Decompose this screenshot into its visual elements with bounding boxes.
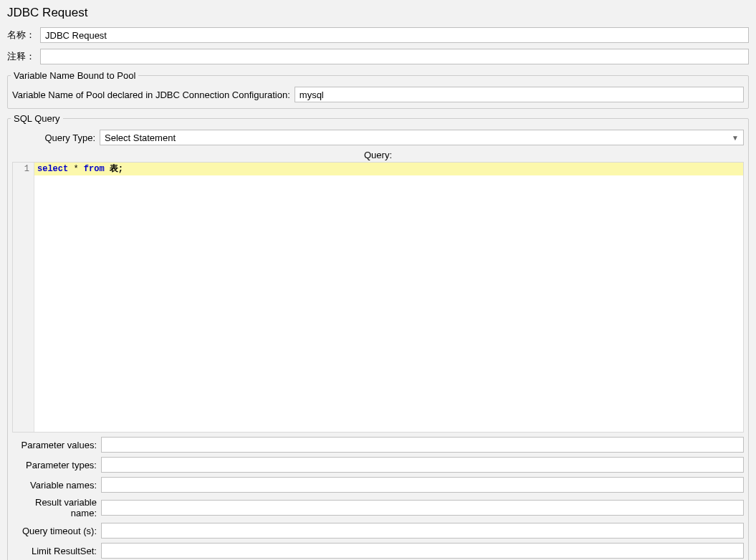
pool-name-label: Variable Name of Pool declared in JDBC C… (12, 90, 290, 100)
param-values-input[interactable] (101, 437, 744, 453)
name-input[interactable] (40, 27, 749, 43)
code-tail: 表; (105, 164, 123, 174)
line-number: 1 (13, 164, 29, 174)
query-editor[interactable]: 1 select * from 表; (12, 162, 744, 433)
query-type-label: Query Type: (12, 132, 95, 143)
query-timeout-input[interactable] (101, 523, 744, 539)
editor-code[interactable]: select * from 表; (34, 163, 743, 432)
query-timeout-label: Query timeout (s): (12, 526, 97, 536)
query-type-select[interactable]: Select Statement ▼ (100, 130, 744, 145)
variable-names-label: Variable names: (12, 480, 97, 491)
query-label: Query: (12, 150, 744, 160)
pool-legend: Variable Name Bound to Pool (11, 70, 138, 81)
param-types-input[interactable] (101, 457, 744, 473)
param-values-label: Parameter values: (12, 440, 97, 450)
star-token: * (73, 164, 78, 174)
result-variable-input[interactable] (101, 500, 744, 516)
comment-label: 注释： (7, 50, 37, 63)
keyword-select: select (37, 164, 68, 174)
page-title: JDBC Request (7, 6, 749, 20)
limit-resultset-label: Limit ResultSet: (12, 546, 97, 556)
result-variable-label: Result variable name: (12, 497, 97, 518)
dropdown-icon: ▼ (732, 134, 739, 142)
variable-names-input[interactable] (101, 477, 744, 493)
sql-fieldset: SQL Query Query Type: Select Statement ▼… (7, 113, 749, 560)
code-line: select * from 表; (34, 163, 743, 175)
pool-fieldset: Variable Name Bound to Pool Variable Nam… (7, 70, 749, 109)
keyword-from: from (84, 164, 105, 174)
comment-input[interactable] (40, 49, 749, 64)
limit-resultset-input[interactable] (101, 543, 744, 559)
name-label: 名称： (7, 29, 37, 42)
pool-name-input[interactable] (295, 87, 744, 102)
param-types-label: Parameter types: (12, 460, 97, 470)
sql-legend: SQL Query (11, 113, 63, 124)
editor-gutter: 1 (13, 163, 34, 432)
query-type-value: Select Statement (105, 132, 176, 143)
